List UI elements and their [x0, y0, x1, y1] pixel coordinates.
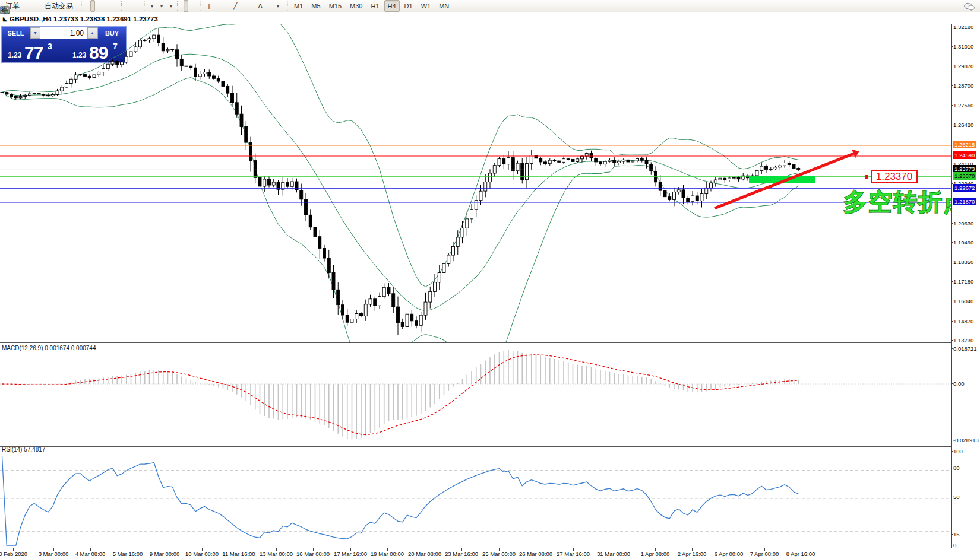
signals-button[interactable] [35, 0, 40, 12]
price-badge-1.21870: 1.21870 [953, 198, 976, 205]
toolbar-separator [197, 1, 201, 11]
autotrading-button[interactable]: 自动交易 [41, 0, 75, 12]
time-label: 3 Feb 2020 [0, 551, 27, 557]
tf-m5[interactable]: M5 [308, 0, 324, 12]
macd-panel[interactable] [0, 344, 951, 444]
new-chart-button[interactable]: ▾ [147, 0, 156, 12]
tf-h1[interactable]: H1 [367, 0, 382, 12]
main-price-chart[interactable]: 1.23370多空转折点 [0, 24, 951, 342]
time-label: 27 Mar 16:00 [557, 551, 590, 557]
scale-tick-label: 1.18350 [953, 259, 973, 265]
tf-w1[interactable]: W1 [418, 0, 435, 12]
horizontal-line-button[interactable]: — [216, 0, 228, 12]
tf-d1[interactable]: D1 [401, 0, 416, 12]
periods-button[interactable]: ▾ [157, 0, 165, 12]
toolbar-separator [141, 1, 145, 11]
channel-button[interactable]: E [242, 0, 247, 12]
chart-marker-icon: ◣ [3, 16, 7, 22]
line-chart-button[interactable] [96, 0, 101, 12]
text-label-button[interactable]: T [267, 0, 272, 12]
zoom-out-button[interactable] [108, 0, 113, 12]
scale-tick-label: 0.00 [953, 380, 965, 387]
toolbar-separator [121, 1, 125, 11]
scale-tick-label: 50 [953, 494, 960, 500]
price-callout-text: 1.23370 [876, 171, 912, 182]
scale-tick-label: 1.19490 [953, 239, 973, 246]
chart-title: ◣ GBPUSD-,H4 1.23733 1.23838 1.23691 1.2… [3, 15, 158, 23]
scale-tick-label: 15 [953, 531, 960, 538]
auto-scroll-button[interactable] [128, 0, 132, 12]
time-label: 5 Mar 16:00 [113, 551, 143, 557]
scale-tick-label: 100 [953, 448, 963, 455]
symbol-ohlc-text: GBPUSD-,H4 1.23733 1.23838 1.23691 1.237… [10, 15, 158, 23]
scale-tick-label: 0.018721 [953, 345, 977, 352]
time-label: 1 Apr 08:00 [641, 551, 670, 557]
tile-windows-button[interactable] [114, 0, 119, 12]
tf-m1[interactable]: M1 [290, 0, 306, 12]
time-label: 8 Apr 16:00 [786, 551, 815, 557]
main-toolbar: 订单自动交易▾▾▾|—╱EFAT▾M1M5M15M30H1H4D1W1MN [0, 0, 980, 12]
tf-mn[interactable]: MN [435, 0, 453, 12]
price-badge-1.23370: 1.23370 [953, 172, 976, 180]
time-label: 17 Mar 16:00 [334, 551, 367, 557]
chat-icon[interactable] [970, 1, 975, 12]
chart-profile-button[interactable] [23, 0, 28, 12]
scale-tick-label: 1.14870 [953, 318, 973, 325]
time-label: 25 Mar 00:00 [482, 551, 516, 557]
time-label: 2 Apr 16:00 [678, 551, 707, 557]
time-label: 13 Mar 00:00 [260, 551, 293, 557]
toolbar-separator [78, 1, 82, 11]
chevron-down-icon: ▾ [277, 4, 279, 9]
bar-chart-button[interactable] [84, 0, 89, 12]
text-button[interactable]: A [254, 0, 266, 12]
mt4-window: 订单自动交易▾▾▾|—╱EFAT▾M1M5M15M30H1H4D1W1MN ◣ … [0, 0, 980, 559]
chevron-down-icon: ▾ [170, 4, 172, 9]
price-scale[interactable]: 1.321801.310101.298701.287001.275601.264… [951, 24, 980, 548]
tf-m15[interactable]: M15 [325, 0, 345, 12]
cursor-button[interactable] [184, 0, 188, 12]
price-badge-1.22672: 1.22672 [953, 184, 976, 192]
price-badge-1.24590: 1.24590 [953, 151, 976, 159]
time-axis[interactable]: 3 Feb 20203 Mar 00:004 Mar 08:005 Mar 16… [0, 548, 980, 559]
arrows-button[interactable]: ▾ [273, 0, 282, 12]
scale-tick-label: 1.27560 [953, 102, 973, 109]
cn-annotation-text: 多空转折点 [843, 188, 951, 215]
scale-tick-label: -0.028913 [953, 437, 979, 443]
scale-tick-label: 1.17180 [953, 278, 973, 285]
fibonacci-button[interactable]: F [248, 0, 253, 12]
time-label: 9 Mar 00:00 [150, 551, 180, 557]
time-label: 11 Mar 16:00 [222, 551, 255, 557]
scale-tick-label: 1.29870 [953, 63, 973, 69]
chevron-down-icon: ▾ [151, 4, 153, 9]
scale-tick-label: 1.13730 [953, 337, 973, 344]
templates-button[interactable]: ▾ [166, 0, 175, 12]
tf-h4[interactable]: H4 [384, 0, 400, 12]
price-badge-1.25218: 1.25218 [953, 141, 976, 148]
scale-tick-label: 80 [953, 465, 960, 471]
scale-tick-label: 1.26420 [953, 122, 973, 128]
zoom-in-button[interactable] [102, 0, 107, 12]
time-label: 6 Apr 00:00 [715, 551, 744, 557]
crosshair-button[interactable] [189, 0, 194, 12]
scale-tick-label: 1.28700 [953, 82, 973, 89]
time-label: 31 Mar 00:00 [597, 551, 630, 557]
trend-arrow [715, 154, 853, 208]
chart-shift-button[interactable] [134, 0, 138, 12]
rsi-panel[interactable] [0, 445, 951, 548]
time-label: 16 Mar 08:00 [296, 551, 330, 557]
scale-tick-label: 1.32180 [953, 24, 973, 30]
time-label: 23 Mar 16:00 [445, 551, 478, 557]
vertical-line-button[interactable]: | [203, 0, 215, 12]
time-label: 19 Mar 00:00 [371, 551, 404, 557]
time-label: 3 Mar 00:00 [39, 551, 69, 557]
scale-tick-label: 1.16040 [953, 298, 973, 304]
toolbar-separator [177, 1, 181, 11]
trendline-button[interactable]: ╱ [229, 0, 241, 12]
time-label: 26 Mar 08:00 [519, 551, 552, 557]
accounts-button[interactable] [29, 0, 34, 12]
tf-m30[interactable]: M30 [346, 0, 366, 12]
candlestick-chart-button[interactable] [90, 0, 95, 12]
time-label: 4 Mar 08:00 [75, 551, 106, 557]
scale-tick-label: 1.31010 [953, 43, 973, 50]
time-label: 7 Apr 08:00 [750, 551, 779, 557]
